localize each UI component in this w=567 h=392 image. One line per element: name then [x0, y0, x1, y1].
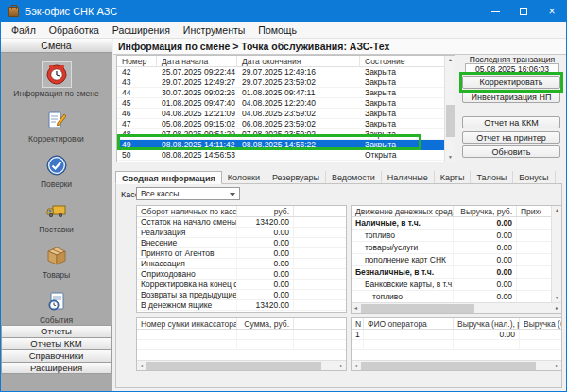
sidebar-item-События[interactable]: События	[1, 288, 112, 325]
table-cell: 13420.00	[237, 300, 294, 310]
menu-item-Обработка[interactable]: Обработка	[43, 23, 106, 38]
scroll-down-icon[interactable]: ▼	[552, 294, 562, 302]
minimize-button[interactable]	[481, 1, 509, 22]
kassa-select[interactable]: Все кассы	[136, 187, 240, 200]
sidebar-item-Корректировки[interactable]: Корректировки	[1, 107, 112, 144]
scroll-right-icon[interactable]: ►	[553, 303, 561, 314]
table-row[interactable]: топливо0.00	[352, 230, 561, 242]
tab-Колонки[interactable]: Колонки	[222, 171, 266, 183]
table-row[interactable]: В денежном ящике13420.00	[137, 300, 346, 311]
column-header: Выручка, руб.	[454, 206, 517, 216]
table-cell: 44	[117, 88, 157, 97]
menu-item-Файл[interactable]: Файл	[5, 23, 43, 38]
table-row[interactable]: Реализация0.00	[137, 228, 346, 238]
sidebar-header: Смена	[1, 39, 112, 53]
report-printer-button[interactable]: Отчет на принтер	[462, 131, 560, 144]
table-row[interactable]: товары/услуги0.00	[352, 242, 561, 254]
shift-table-row[interactable]: 4329.07.2025 12:49:2729.07.2025 23:59:02…	[117, 77, 455, 88]
table-row[interactable]: Банковские карты, в т.ч.0.00	[352, 279, 561, 291]
shift-table-row[interactable]: 4430.07.2025 09:02:2601.08.2025 09:47:11…	[117, 88, 455, 98]
menu-item-Расширения[interactable]: Расширения	[106, 23, 177, 38]
scroll-left-icon[interactable]: ◄	[137, 361, 146, 371]
scroll-left-icon[interactable]: ◄	[352, 303, 360, 314]
table-row[interactable]: Наличные, в т.ч.0.00	[352, 217, 561, 230]
table-row[interactable]: Безналичные, в т.ч.0.00	[352, 266, 561, 279]
scroll-down-icon[interactable]: ▼	[445, 153, 455, 162]
scroll-left-icon[interactable]: ◄	[352, 361, 360, 371]
table-row[interactable]	[137, 330, 346, 340]
table-cell: 0.00	[454, 254, 517, 265]
maximize-button[interactable]	[509, 1, 538, 22]
menu-item-Инструменты[interactable]: Инструменты	[177, 23, 251, 38]
tab-Бонусы[interactable]: Бонусы	[513, 171, 555, 183]
shift-table-row[interactable]: 4225.07.2025 09:22:4429.07.2025 12:49:16…	[117, 67, 455, 77]
correct-button[interactable]: Корректировать	[462, 76, 560, 89]
report-kkm-button[interactable]: Отчет на ККМ	[462, 116, 560, 128]
sidebar-item-Информация по смене[interactable]: Информация по смене	[1, 61, 112, 98]
inventory-np-button[interactable]: Инвентаризация НП	[462, 91, 560, 103]
table-row[interactable]: Принято от Агентов0.00	[137, 248, 346, 259]
shift-table-row[interactable]: 4501.08.2025 09:47:4004.08.2025 12:20:40…	[117, 98, 455, 109]
table-header: N ФИО оператора Выручка (нал.), руб. Выр…	[352, 318, 561, 330]
table-row[interactable]	[137, 340, 346, 350]
sidebar-item-Поставки[interactable]: Поставки	[1, 197, 112, 234]
close-button[interactable]: ×	[538, 1, 566, 22]
table-row[interactable]: Корректировка на конец смены0.00	[137, 280, 346, 290]
table-cell: Закрыта	[360, 98, 455, 108]
tab-Карты[interactable]: Карты	[435, 171, 472, 183]
table-row[interactable]: 10.00	[352, 330, 561, 340]
sidebar-section-Расширения[interactable]: Расширения	[1, 362, 112, 374]
scroll-up-icon[interactable]: ▲	[445, 56, 455, 64]
tab-Ведомости[interactable]: Ведомости	[326, 171, 382, 183]
title-bar[interactable]: Бэк-офис СНК АЗС ×	[1, 1, 566, 22]
refresh-button[interactable]: Обновить	[462, 145, 560, 158]
sidebar-section-Отчеты[interactable]: Отчеты	[1, 325, 112, 337]
horizontal-scrollbar[interactable]: ◄ ►	[137, 360, 346, 370]
table-row[interactable]: Внесение0.00	[137, 238, 346, 248]
table-row[interactable]: Остаток на начало смены13420.00	[137, 217, 346, 228]
shift-table-row[interactable]: 5008.08.2025 14:56:53Открыта	[117, 150, 455, 161]
sidebar-item-label: Корректировки	[28, 134, 84, 144]
scrollbar-thumb[interactable]	[361, 304, 474, 313]
sidebar-section-Отчеты ККМ[interactable]: Отчеты ККМ	[1, 337, 112, 349]
horizontal-scrollbar[interactable]: ◄ ►	[352, 302, 561, 313]
vertical-scrollbar[interactable]: ▲ ▼	[444, 56, 455, 162]
event-clock-icon	[42, 288, 72, 315]
shift-table-row[interactable]: 4807.08.2025 09:51:2907.08.2025 23:59:02…	[117, 129, 455, 140]
table-cell: топливо	[352, 291, 454, 302]
menu-item-Помощь[interactable]: Помощь	[251, 23, 303, 38]
shift-table-row[interactable]: 4705.08.2025 09:15:0206.08.2025 23:59:02…	[117, 119, 455, 129]
table-cell: Наличные, в т.ч.	[352, 217, 454, 229]
table-cell: 0.00	[237, 290, 294, 299]
table-cell: 0.00	[237, 248, 294, 258]
table-cell: Закрыта	[360, 77, 455, 87]
sidebar-item-label: События	[40, 315, 73, 325]
vertical-scrollbar[interactable]: ▲ ▼	[551, 206, 561, 302]
shift-table-row[interactable]: 4908.08.2025 14:11:4208.08.2025 14:56:22…	[117, 140, 455, 150]
shift-table-row[interactable]: 4604.08.2025 12:21:0904.08.2025 23:59:02…	[117, 109, 455, 119]
sidebar-section-Справочники[interactable]: Справочники	[1, 349, 112, 362]
shifts-table-header: Номер Дата начала Дата окончания Состоян…	[117, 56, 455, 67]
scrollbar-thumb[interactable]	[361, 362, 536, 370]
table-header: Движение денежных средств Выручка, руб. …	[352, 206, 561, 217]
scrollbar-thumb[interactable]	[146, 362, 321, 370]
scroll-right-icon[interactable]: ►	[337, 361, 346, 371]
sidebar-item-label: Товары	[43, 270, 70, 280]
tab-Наличные[interactable]: Наличные	[382, 171, 435, 183]
minimize-icon	[491, 11, 500, 12]
tab-Талоны[interactable]: Талоны	[471, 171, 513, 183]
scrollbar-thumb[interactable]	[446, 105, 455, 137]
tab-Сводная информация[interactable]: Сводная информация	[115, 171, 222, 184]
table-row[interactable]	[352, 340, 561, 350]
tab-Резервуары[interactable]: Резервуары	[266, 171, 326, 183]
table-row[interactable]: Инкассация0.00	[137, 259, 346, 269]
table-row[interactable]: Оприходовано0.00	[137, 269, 346, 280]
scroll-right-icon[interactable]: ►	[553, 361, 561, 371]
table-row[interactable]: пополнение карт СНК0.00	[352, 254, 561, 266]
table-row[interactable]: Возвраты за предыдущие смены0.00	[137, 290, 346, 300]
sidebar-item-Товары[interactable]: Товары	[1, 243, 112, 280]
money-flow-table: Движение денежных средств Выручка, руб. …	[351, 205, 562, 314]
sidebar-item-Поверки[interactable]: Поверки	[1, 152, 112, 189]
scroll-up-icon[interactable]: ▲	[552, 206, 562, 214]
horizontal-scrollbar[interactable]: ◄ ►	[352, 360, 561, 370]
